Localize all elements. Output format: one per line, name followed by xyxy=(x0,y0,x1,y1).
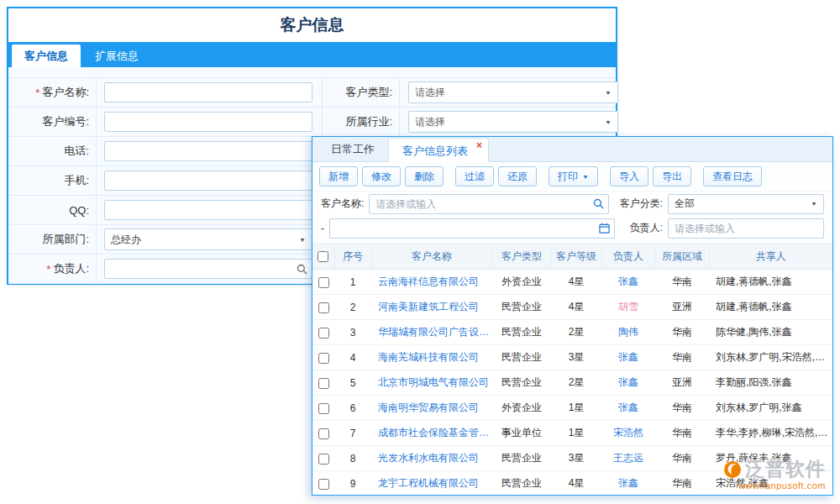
row-checkbox[interactable] xyxy=(318,454,329,465)
customer-name-label: 客户名称: xyxy=(42,85,89,100)
owner-link[interactable]: 宋浩然 xyxy=(601,421,655,446)
department-select[interactable]: 总经办 ▼ xyxy=(104,228,312,250)
toolbar-button[interactable]: 还原 ▼ xyxy=(498,166,537,186)
toolbar-button[interactable]: 删除 ▼ xyxy=(405,166,444,186)
date-range-separator: - xyxy=(321,223,324,234)
shared-people-cell: 胡建,蒋德帆,张鑫 xyxy=(709,270,832,295)
customer-name-link[interactable]: 光发水利水电有限公司 xyxy=(371,446,492,471)
shared-people-cell: 宋浩然,张鑫 xyxy=(709,471,832,496)
customer-type-select[interactable]: 请选择 ▼ xyxy=(408,81,618,103)
qq-input[interactable] xyxy=(104,200,312,220)
region-cell: 华南 xyxy=(655,396,709,421)
chevron-down-icon: ▼ xyxy=(605,118,612,125)
row-checkbox[interactable] xyxy=(318,302,329,313)
owner-link[interactable]: 张鑫 xyxy=(601,396,655,421)
customer-level-cell: 2星 xyxy=(551,320,601,345)
customer-table: 序号 客户名称 客户类型 客户等级 负责人 所属区域 共享人 1 云南海祥信息有… xyxy=(312,243,832,496)
close-tab-icon[interactable]: × xyxy=(476,139,482,151)
customer-name-link[interactable]: 成都市社会保险基金管理… xyxy=(371,421,492,446)
customer-name-link[interactable]: 龙宇工程机械有限公司 xyxy=(371,471,492,496)
owner-link[interactable]: 张鑫 xyxy=(601,370,655,396)
required-asterisk: * xyxy=(35,87,39,99)
phone-label: 电话: xyxy=(64,144,89,159)
owner-link[interactable]: 陶伟 xyxy=(601,320,655,345)
customer-type-cell: 外资企业 xyxy=(492,396,551,421)
table-row[interactable]: 3 华瑞城有限公司广告设计部 民营企业 2星 陶伟 华南 陈华健,陶伟,张鑫 xyxy=(312,320,832,345)
tab-daily-work[interactable]: 日常工作 xyxy=(318,137,388,161)
filter-row-2: - 负责人: xyxy=(312,216,832,240)
mobile-input[interactable] xyxy=(104,171,312,191)
form-tab-bar: 客户信息 扩展信息 xyxy=(8,42,616,67)
shared-people-cell: 刘东林,罗广明,张鑫 xyxy=(709,396,832,421)
owner-link[interactable]: 王志远 xyxy=(601,446,655,471)
customer-code-input[interactable] xyxy=(104,112,312,132)
table-row[interactable]: 9 龙宇工程机械有限公司 民营企业 4星 张鑫 华南 宋浩然,张鑫 xyxy=(312,471,832,496)
customer-name-filter-input[interactable] xyxy=(369,194,609,214)
row-index: 7 xyxy=(334,421,371,446)
search-icon[interactable] xyxy=(593,198,604,209)
toolbar-button[interactable]: 修改 ▼ xyxy=(362,166,401,186)
owner-link[interactable]: 张鑫 xyxy=(601,270,655,295)
row-checkbox[interactable] xyxy=(318,403,329,414)
tab-extended-info[interactable]: 扩展信息 xyxy=(82,45,151,67)
chevron-down-icon: ▼ xyxy=(299,236,306,243)
table-row[interactable]: 7 成都市社会保险基金管理… 事业单位 1星 宋浩然 华南 李华,李婷,柳琳,宋… xyxy=(312,421,832,446)
tab-customer-info[interactable]: 客户信息 xyxy=(12,45,81,67)
form-window-title: 客户信息 xyxy=(8,8,616,42)
table-row[interactable]: 2 河南美新建筑工程公司 民营企业 4星 胡雪 亚洲 胡建,蒋德帆,张鑫 xyxy=(312,295,832,320)
col-customer-name: 客户名称 xyxy=(371,244,492,270)
row-checkbox[interactable] xyxy=(318,378,329,389)
customer-name-link[interactable]: 河南美新建筑工程公司 xyxy=(371,295,492,320)
table-row[interactable]: 1 云南海祥信息有限公司 外资企业 4星 张鑫 华南 胡建,蒋德帆,张鑫 xyxy=(312,270,832,295)
owner-link[interactable]: 胡雪 xyxy=(601,295,655,320)
toolbar-button[interactable]: 导入 ▼ xyxy=(610,166,648,186)
row-checkbox[interactable] xyxy=(318,277,329,288)
table-row[interactable]: 8 光发水利水电有限公司 民营企业 3星 王志远 华南 罗丹,薛保丰,张鑫 xyxy=(312,446,832,471)
calendar-icon[interactable] xyxy=(599,223,610,234)
row-index: 3 xyxy=(334,320,371,345)
select-all-checkbox[interactable] xyxy=(318,251,328,262)
row-checkbox[interactable] xyxy=(318,479,329,490)
col-region: 所属区域 xyxy=(655,244,709,270)
customer-level-cell: 3星 xyxy=(551,446,601,471)
customer-name-link[interactable]: 华瑞城有限公司广告设计部 xyxy=(371,320,492,345)
customer-level-cell: 2星 xyxy=(551,370,601,396)
table-body: 1 云南海祥信息有限公司 外资企业 4星 张鑫 华南 胡建,蒋德帆,张鑫 2 河… xyxy=(312,270,832,496)
toolbar-button[interactable]: 导出 ▼ xyxy=(653,166,691,186)
row-checkbox[interactable] xyxy=(318,428,329,439)
toolbar-button[interactable]: 查看日志 ▼ xyxy=(703,166,762,186)
qq-label: QQ: xyxy=(69,204,89,217)
owner-filter-input[interactable] xyxy=(668,218,824,239)
customer-category-select[interactable]: 全部 ▼ xyxy=(668,194,824,214)
table-row[interactable]: 4 海南芜城科技有限公司 民营企业 3星 张鑫 华南 刘东林,罗广明,宋浩然,张… xyxy=(312,345,832,370)
row-checkbox[interactable] xyxy=(318,353,329,364)
industry-select[interactable]: 请选择 ▼ xyxy=(408,111,618,133)
shared-people-cell: 陈华健,陶伟,张鑫 xyxy=(709,320,832,345)
customer-name-link[interactable]: 海南芜城科技有限公司 xyxy=(371,345,492,370)
toolbar-button[interactable]: 打印 ▼ xyxy=(549,166,598,186)
owner-picker-input[interactable] xyxy=(104,259,312,279)
owner-link[interactable]: 张鑫 xyxy=(601,345,655,370)
customer-name-link[interactable]: 海南明华贸易有限公司 xyxy=(371,396,492,421)
shared-people-cell: 刘东林,罗广明,宋浩然,张鑫 xyxy=(709,345,832,370)
customer-name-input[interactable] xyxy=(104,82,312,102)
region-cell: 亚洲 xyxy=(655,370,709,396)
date-filter-input[interactable] xyxy=(329,218,615,239)
customer-level-cell: 4星 xyxy=(551,471,601,496)
customer-name-link[interactable]: 云南海祥信息有限公司 xyxy=(371,270,492,295)
owner-link[interactable]: 张鑫 xyxy=(601,471,655,496)
shared-people-cell: 罗丹,薛保丰,张鑫 xyxy=(709,446,832,471)
toolbar-button[interactable]: 过滤 ▼ xyxy=(455,166,494,186)
caret-down-icon: ▼ xyxy=(582,173,589,180)
customer-type-label: 客户类型: xyxy=(323,78,400,107)
table-row[interactable]: 5 北京市明城电气有限公司 民营企业 2星 张鑫 亚洲 李勤丽,阳强,张鑫 xyxy=(312,370,832,396)
row-checkbox[interactable] xyxy=(318,328,329,339)
search-icon[interactable] xyxy=(297,264,307,275)
shared-people-cell: 李华,李婷,柳琳,宋浩然,… xyxy=(709,421,832,446)
region-cell: 华南 xyxy=(655,345,709,370)
tab-customer-list[interactable]: 客户信息列表 × xyxy=(388,138,489,162)
table-row[interactable]: 6 海南明华贸易有限公司 外资企业 1星 张鑫 华南 刘东林,罗广明,张鑫 xyxy=(312,396,832,421)
phone-input[interactable] xyxy=(104,141,312,161)
customer-name-link[interactable]: 北京市明城电气有限公司 xyxy=(371,370,492,396)
toolbar-button[interactable]: 新增 ▼ xyxy=(319,166,358,186)
